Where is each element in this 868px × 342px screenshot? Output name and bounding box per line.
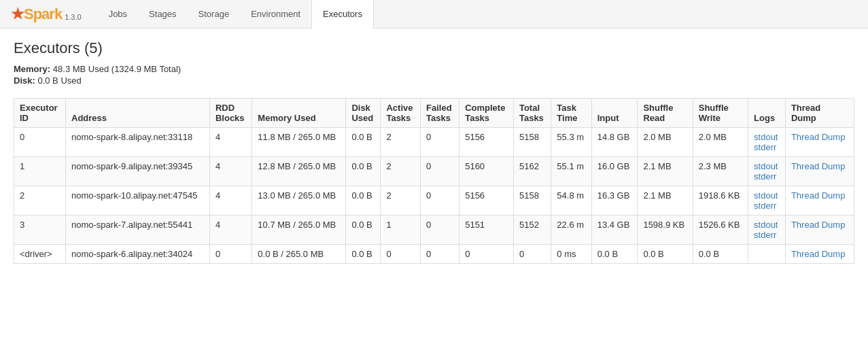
shuffle-write: 1918.6 KB: [693, 186, 748, 216]
address: nomo-spark-10.alipay.net:47545: [66, 186, 210, 216]
input: 0.0 B: [591, 245, 638, 264]
executor-id: 2: [14, 186, 66, 216]
memory-used: 11.8 MB / 265.0 MB: [252, 128, 346, 157]
input: 16.0 GB: [591, 157, 638, 186]
disk-used: 0.0 B: [346, 186, 381, 216]
memory-label: Memory:: [14, 64, 50, 74]
shuffle-read: 0.0 B: [638, 245, 693, 264]
thread-dump-link[interactable]: Thread Dump: [791, 132, 845, 142]
complete-tasks: 5160: [459, 157, 514, 186]
executor-id: 0: [14, 128, 66, 157]
active-tasks: 2: [381, 186, 421, 216]
shuffle-write: 1526.6 KB: [693, 216, 748, 245]
logs-cell: stdoutstderr: [748, 157, 786, 186]
executors-table-wrap: ExecutorID Address RDDBlocks Memory Used…: [14, 98, 854, 264]
disk-label: Disk:: [14, 75, 35, 86]
stdout-link[interactable]: stdout: [754, 190, 778, 201]
nav-environment[interactable]: Environment: [240, 0, 311, 29]
shuffle-read: 2.0 MB: [638, 128, 693, 157]
memory-value: 48.3 MB Used (1324.9 MB Total): [53, 64, 181, 74]
nav-executors[interactable]: Executors: [311, 0, 374, 29]
thread-dump-link[interactable]: Thread Dump: [791, 161, 845, 171]
disk-used: 0.0 B: [346, 157, 381, 186]
th-rdd-blocks: RDDBlocks: [209, 99, 251, 128]
active-tasks: 0: [381, 245, 421, 264]
thread-dump-link[interactable]: Thread Dump: [791, 190, 845, 201]
logs-cell: stdoutstderr: [748, 128, 786, 157]
th-input: Input: [591, 99, 638, 128]
shuffle-write: 2.0 MB: [693, 128, 748, 157]
task-time: 22.6 m: [551, 216, 591, 245]
failed-tasks: 0: [421, 157, 459, 186]
nav-jobs[interactable]: Jobs: [98, 0, 138, 29]
total-tasks: 5158: [513, 128, 551, 157]
th-total-tasks: TotalTasks: [513, 99, 551, 128]
thread-dump-cell: Thread Dump: [785, 157, 854, 186]
thread-dump-cell: Thread Dump: [785, 245, 854, 264]
th-executor-id: ExecutorID: [14, 99, 66, 128]
disk-summary: Disk: 0.0 B Used: [14, 75, 854, 86]
th-failed-tasks: FailedTasks: [421, 99, 459, 128]
executor-id: <driver>: [14, 245, 66, 264]
failed-tasks: 0: [421, 186, 459, 216]
rdd-blocks: 4: [209, 216, 251, 245]
input: 14.8 GB: [591, 128, 638, 157]
rdd-blocks: 4: [209, 186, 251, 216]
complete-tasks: 0: [459, 245, 514, 264]
spark-logo: ★Spark: [11, 5, 62, 23]
failed-tasks: 0: [421, 216, 459, 245]
thread-dump-link[interactable]: Thread Dump: [791, 249, 845, 259]
shuffle-read: 2.1 MB: [638, 186, 693, 216]
table-row: 1nomo-spark-9.alipay.net:39345412.8 MB /…: [14, 157, 854, 186]
memory-summary: Memory: 48.3 MB Used (1324.9 MB Total): [14, 64, 854, 74]
rdd-blocks: 0: [209, 245, 251, 264]
address: nomo-spark-7.alipay.net:55441: [66, 216, 210, 245]
active-tasks: 1: [381, 216, 421, 245]
th-shuffle-read: ShuffleRead: [638, 99, 693, 128]
shuffle-write: 0.0 B: [693, 245, 748, 264]
memory-used: 10.7 MB / 265.0 MB: [252, 216, 346, 245]
thread-dump-cell: Thread Dump: [785, 216, 854, 245]
task-time: 55.1 m: [551, 157, 591, 186]
input: 13.4 GB: [591, 216, 638, 245]
thread-dump-link[interactable]: Thread Dump: [791, 220, 845, 230]
task-time: 0 ms: [551, 245, 591, 264]
complete-tasks: 5156: [459, 186, 514, 216]
executor-id: 1: [14, 157, 66, 186]
memory-used: 12.8 MB / 265.0 MB: [252, 157, 346, 186]
stdout-link[interactable]: stdout: [754, 132, 778, 142]
address: nomo-spark-6.alipay.net:34024: [66, 245, 210, 264]
logs-cell: [748, 245, 786, 264]
stdout-link[interactable]: stdout: [754, 220, 778, 230]
table-row: 2nomo-spark-10.alipay.net:47545413.0 MB …: [14, 186, 854, 216]
shuffle-write: 2.3 MB: [693, 157, 748, 186]
th-shuffle-write: ShuffleWrite: [693, 99, 748, 128]
nav-storage[interactable]: Storage: [188, 0, 241, 29]
task-time: 54.8 m: [551, 186, 591, 216]
disk-used: 0.0 B: [346, 245, 381, 264]
memory-used: 13.0 MB / 265.0 MB: [252, 186, 346, 216]
thread-dump-cell: Thread Dump: [785, 128, 854, 157]
table-row: 0nomo-spark-8.alipay.net:33118411.8 MB /…: [14, 128, 854, 157]
total-tasks: 0: [513, 245, 551, 264]
total-tasks: 5152: [513, 216, 551, 245]
address: nomo-spark-8.alipay.net:33118: [66, 128, 210, 157]
executor-id: 3: [14, 216, 66, 245]
failed-tasks: 0: [421, 128, 459, 157]
rdd-blocks: 4: [209, 157, 251, 186]
th-task-time: TaskTime: [551, 99, 591, 128]
th-thread-dump: ThreadDump: [785, 99, 854, 128]
stdout-link[interactable]: stdout: [754, 161, 778, 171]
stderr-link[interactable]: stderr: [754, 230, 776, 240]
nav-stages[interactable]: Stages: [138, 0, 187, 29]
failed-tasks: 0: [421, 245, 459, 264]
stderr-link[interactable]: stderr: [754, 142, 776, 152]
table-row: <driver>nomo-spark-6.alipay.net:3402400.…: [14, 245, 854, 264]
input: 16.3 GB: [591, 186, 638, 216]
th-complete-tasks: CompleteTasks: [459, 99, 514, 128]
stderr-link[interactable]: stderr: [754, 171, 776, 182]
brand: ★Spark 1.3.0: [11, 5, 82, 23]
total-tasks: 5158: [513, 186, 551, 216]
active-tasks: 2: [381, 157, 421, 186]
stderr-link[interactable]: stderr: [754, 201, 776, 211]
